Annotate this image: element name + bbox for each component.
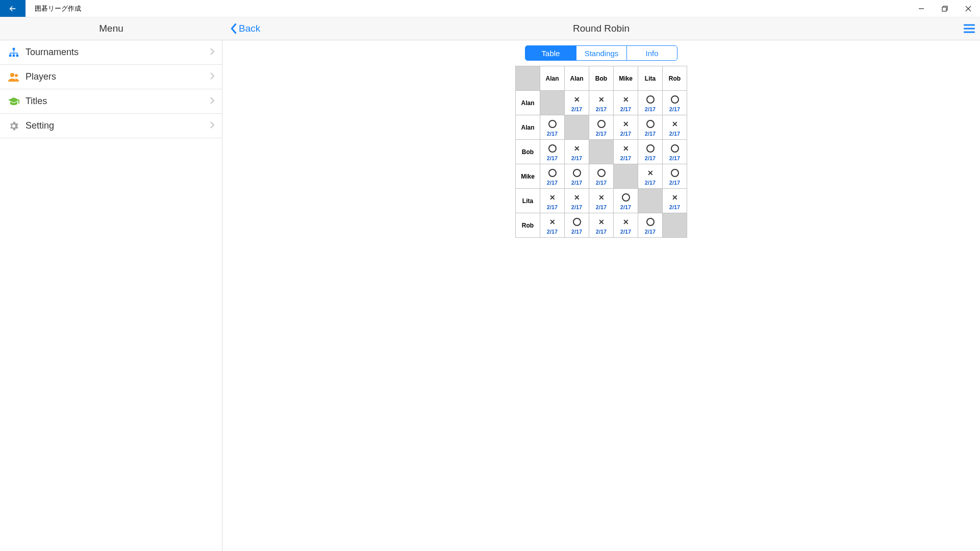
match-date: 2/17	[589, 229, 613, 235]
table-corner	[516, 66, 540, 91]
result-cell[interactable]: 2/17	[540, 115, 565, 140]
diagonal-cell	[540, 91, 565, 115]
result-cell[interactable]: 2/17	[540, 164, 565, 189]
result-cell[interactable]: 2/17	[589, 164, 614, 189]
maximize-button[interactable]	[933, 0, 957, 17]
loss-icon: ✕	[549, 194, 556, 201]
match-date: 2/17	[638, 180, 662, 186]
result-cell[interactable]: 2/17	[589, 115, 614, 140]
chevron-left-icon	[230, 23, 238, 34]
tab-standings[interactable]: Standings	[576, 46, 626, 60]
win-icon	[573, 169, 581, 177]
minimize-icon	[918, 6, 924, 12]
result-cell[interactable]: ✕2/17	[565, 91, 589, 115]
chevron-right-icon	[210, 72, 215, 82]
match-date: 2/17	[565, 106, 589, 112]
match-date: 2/17	[540, 131, 564, 137]
result-cell[interactable]: 2/17	[565, 213, 589, 238]
view-tabs: Table Standings Info	[525, 45, 677, 61]
match-date: 2/17	[565, 229, 589, 235]
tab-table[interactable]: Table	[525, 46, 576, 60]
match-date: 2/17	[663, 131, 687, 137]
back-label: Back	[239, 23, 260, 34]
result-cell[interactable]: ✕2/17	[565, 189, 589, 213]
match-date: 2/17	[565, 180, 589, 186]
content-header: Back Round Robin	[222, 17, 980, 40]
row-header: Mike	[516, 164, 540, 189]
result-cell[interactable]: 2/17	[638, 140, 663, 164]
match-date: 2/17	[638, 155, 662, 161]
win-icon	[548, 144, 557, 153]
match-date: 2/17	[614, 155, 638, 161]
sidebar-item-label: Tournaments	[26, 47, 79, 58]
users-icon	[7, 70, 20, 84]
result-cell[interactable]: ✕2/17	[663, 189, 687, 213]
result-cell[interactable]: ✕2/17	[614, 140, 638, 164]
content-pane: Table Standings Info AlanAlanBobMikeLita…	[222, 40, 980, 551]
column-header: Alan	[565, 66, 589, 91]
result-cell[interactable]: ✕2/17	[540, 189, 565, 213]
back-button[interactable]: Back	[230, 23, 260, 34]
win-icon	[548, 169, 557, 177]
match-date: 2/17	[614, 106, 638, 112]
result-cell[interactable]: 2/17	[663, 91, 687, 115]
title-bar: 囲碁リーグ作成	[0, 0, 980, 17]
minimize-button[interactable]	[910, 0, 933, 17]
result-cell[interactable]: ✕2/17	[589, 213, 614, 238]
result-cell[interactable]: 2/17	[638, 91, 663, 115]
column-header: Alan	[540, 66, 565, 91]
diagonal-cell	[589, 140, 614, 164]
result-cell[interactable]: ✕2/17	[540, 213, 565, 238]
match-date: 2/17	[614, 131, 638, 137]
maximize-icon	[942, 6, 948, 12]
match-date: 2/17	[663, 155, 687, 161]
result-cell[interactable]: 2/17	[565, 164, 589, 189]
match-date: 2/17	[614, 204, 638, 210]
chevron-right-icon	[210, 47, 215, 58]
win-icon	[646, 120, 655, 128]
result-cell[interactable]: ✕2/17	[614, 115, 638, 140]
match-date: 2/17	[663, 106, 687, 112]
win-icon	[646, 218, 655, 226]
match-date: 2/17	[614, 229, 638, 235]
match-date: 2/17	[663, 204, 687, 210]
column-header: Lita	[638, 66, 663, 91]
loss-icon: ✕	[672, 120, 678, 128]
result-cell[interactable]: ✕2/17	[589, 189, 614, 213]
titlebar-back-button[interactable]	[0, 0, 26, 17]
sidebar-item-setting[interactable]: Setting	[0, 114, 222, 138]
row-header: Lita	[516, 189, 540, 213]
sidebar-item-titles[interactable]: Titles	[0, 89, 222, 114]
gear-icon	[7, 119, 20, 133]
tab-info[interactable]: Info	[626, 46, 677, 60]
result-cell[interactable]: 2/17	[540, 140, 565, 164]
result-cell[interactable]: 2/17	[614, 189, 638, 213]
win-icon	[646, 95, 655, 104]
result-cell[interactable]: 2/17	[638, 115, 663, 140]
chevron-right-icon	[210, 96, 215, 107]
sidebar-item-players[interactable]: Players	[0, 65, 222, 89]
result-cell[interactable]: ✕2/17	[614, 91, 638, 115]
svg-rect-6	[13, 54, 15, 57]
row-header: Alan	[516, 91, 540, 115]
result-cell[interactable]: ✕2/17	[638, 164, 663, 189]
result-cell[interactable]: ✕2/17	[663, 115, 687, 140]
win-icon	[597, 120, 606, 128]
result-cell[interactable]: ✕2/17	[565, 140, 589, 164]
result-cell[interactable]: 2/17	[638, 213, 663, 238]
svg-rect-4	[13, 47, 15, 50]
column-header: Mike	[614, 66, 638, 91]
graduation-cap-icon	[7, 95, 20, 108]
sidebar-item-tournaments[interactable]: Tournaments	[0, 40, 222, 65]
result-cell[interactable]: ✕2/17	[589, 91, 614, 115]
result-cell[interactable]: 2/17	[663, 164, 687, 189]
result-cell[interactable]: ✕2/17	[614, 213, 638, 238]
hamburger-menu-button[interactable]	[964, 24, 975, 33]
win-icon	[548, 120, 557, 128]
result-cell[interactable]: 2/17	[663, 140, 687, 164]
close-button[interactable]	[957, 0, 980, 17]
diagonal-cell	[663, 213, 687, 238]
menu-title: Menu	[99, 23, 123, 34]
round-robin-table: AlanAlanBobMikeLitaRobAlan✕2/17✕2/17✕2/1…	[515, 66, 687, 238]
loss-icon: ✕	[574, 145, 580, 152]
